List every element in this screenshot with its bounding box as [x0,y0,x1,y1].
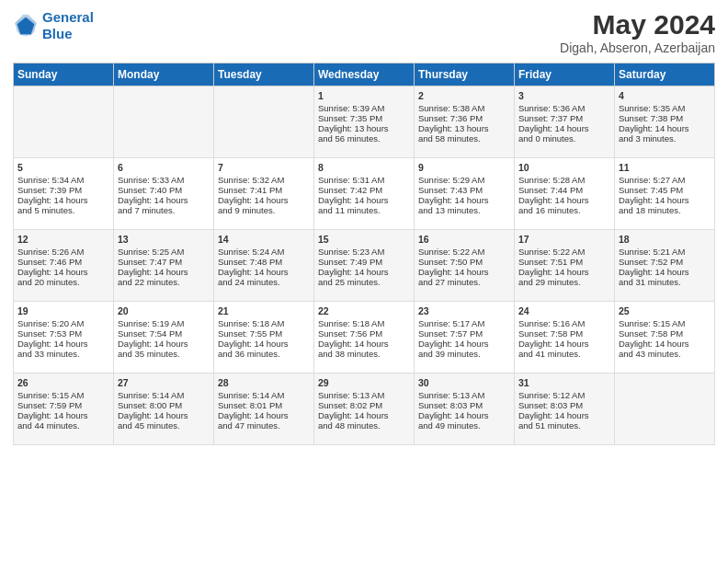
day-info: Daylight: 14 hours [619,195,711,205]
day-info: Sunset: 7:43 PM [418,185,510,195]
day-info: Sunrise: 5:27 AM [619,175,711,185]
day-cell: 29Sunrise: 5:13 AMSunset: 8:02 PMDayligh… [314,373,415,445]
day-info: Sunset: 7:38 PM [619,113,711,123]
day-info: and 20 minutes. [17,277,109,287]
day-info: and 43 minutes. [619,349,711,359]
day-info: Sunset: 7:52 PM [619,257,711,267]
day-info: Sunrise: 5:15 AM [619,318,711,328]
day-info: and 41 minutes. [518,349,610,359]
day-info: Sunset: 7:35 PM [318,113,410,123]
day-info: Daylight: 14 hours [318,410,410,420]
day-info: Daylight: 14 hours [118,267,210,277]
day-cell: 26Sunrise: 5:15 AMSunset: 7:59 PMDayligh… [14,373,114,445]
day-number: 28 [218,377,310,388]
day-number: 19 [17,305,109,316]
day-number: 24 [518,305,610,316]
day-cell: 20Sunrise: 5:19 AMSunset: 7:54 PMDayligh… [114,302,214,373]
column-header-saturday: Saturday [615,63,715,86]
day-info: Sunset: 7:54 PM [118,328,210,339]
day-info: Sunrise: 5:39 AM [318,103,410,113]
week-row-3: 12Sunrise: 5:26 AMSunset: 7:46 PMDayligh… [14,230,715,302]
day-info: and 0 minutes. [518,133,610,144]
day-number: 21 [218,305,310,316]
day-info: Daylight: 13 hours [418,123,510,133]
day-info: Daylight: 14 hours [318,195,410,205]
day-info: Sunrise: 5:29 AM [418,175,510,185]
day-number: 3 [518,90,610,101]
day-info: Sunset: 7:59 PM [17,400,109,410]
day-info: Sunset: 7:57 PM [418,328,510,339]
day-cell: 7Sunrise: 5:32 AMSunset: 7:41 PMDaylight… [214,158,314,230]
day-cell: 13Sunrise: 5:25 AMSunset: 7:47 PMDayligh… [114,230,214,302]
day-info: and 3 minutes. [619,133,711,144]
page-container: General Blue May 2024 Digah, Abseron, Az… [0,0,728,454]
day-info: Daylight: 14 hours [318,267,410,277]
day-info: Sunset: 8:01 PM [218,400,310,410]
week-row-5: 26Sunrise: 5:15 AMSunset: 7:59 PMDayligh… [14,373,715,445]
day-cell: 27Sunrise: 5:14 AMSunset: 8:00 PMDayligh… [114,373,214,445]
day-info: and 11 minutes. [318,205,410,215]
day-cell: 16Sunrise: 5:22 AMSunset: 7:50 PMDayligh… [415,230,515,302]
day-info: Sunset: 7:40 PM [118,185,210,195]
day-info: Sunset: 7:55 PM [218,328,310,339]
day-info: Sunrise: 5:36 AM [518,103,610,113]
day-info: and 36 minutes. [218,349,310,359]
day-number: 23 [418,305,510,316]
day-number: 1 [318,90,410,101]
column-header-monday: Monday [114,63,214,86]
day-info: Daylight: 14 hours [518,195,610,205]
day-cell: 17Sunrise: 5:22 AMSunset: 7:51 PMDayligh… [515,230,615,302]
day-info: and 24 minutes. [218,277,310,287]
day-cell [615,373,715,445]
day-number: 31 [518,377,610,388]
day-number: 17 [518,234,610,245]
day-info: Sunset: 7:49 PM [318,257,410,267]
day-cell: 3Sunrise: 5:36 AMSunset: 7:37 PMDaylight… [515,86,615,158]
day-info: Sunset: 7:48 PM [218,257,310,267]
day-info: Sunset: 7:46 PM [17,257,109,267]
day-info: and 25 minutes. [318,277,410,287]
day-info: Sunset: 7:41 PM [218,185,310,195]
day-info: Daylight: 13 hours [318,123,410,133]
logo-text: General Blue [42,9,94,42]
day-info: Daylight: 14 hours [418,267,510,277]
day-cell: 15Sunrise: 5:23 AMSunset: 7:49 PMDayligh… [314,230,415,302]
day-info: Daylight: 14 hours [218,267,310,277]
day-cell: 18Sunrise: 5:21 AMSunset: 7:52 PMDayligh… [615,230,715,302]
day-info: Sunrise: 5:19 AM [118,318,210,328]
day-info: and 51 minutes. [518,420,610,431]
day-info: Sunrise: 5:38 AM [418,103,510,113]
header-row: SundayMondayTuesdayWednesdayThursdayFrid… [14,63,715,86]
day-cell: 8Sunrise: 5:31 AMSunset: 7:42 PMDaylight… [314,158,415,230]
day-info: Daylight: 14 hours [619,123,711,133]
day-info: Sunset: 7:36 PM [418,113,510,123]
day-cell: 30Sunrise: 5:13 AMSunset: 8:03 PMDayligh… [415,373,515,445]
day-info: and 16 minutes. [518,205,610,215]
day-cell: 21Sunrise: 5:18 AMSunset: 7:55 PMDayligh… [214,302,314,373]
day-cell: 1Sunrise: 5:39 AMSunset: 7:35 PMDaylight… [314,86,415,158]
day-cell: 14Sunrise: 5:24 AMSunset: 7:48 PMDayligh… [214,230,314,302]
week-row-1: 1Sunrise: 5:39 AMSunset: 7:35 PMDaylight… [14,86,715,158]
day-info: and 18 minutes. [619,205,711,215]
column-header-tuesday: Tuesday [214,63,314,86]
day-info: and 31 minutes. [619,277,711,287]
day-info: Daylight: 14 hours [418,195,510,205]
day-info: and 58 minutes. [418,133,510,144]
day-info: Sunrise: 5:13 AM [318,390,410,400]
day-info: Sunrise: 5:32 AM [218,175,310,185]
day-info: Sunrise: 5:23 AM [318,247,410,257]
day-info: and 44 minutes. [17,420,109,431]
day-info: and 13 minutes. [418,205,510,215]
day-info: Sunrise: 5:22 AM [518,247,610,257]
column-header-thursday: Thursday [415,63,515,86]
day-info: Daylight: 14 hours [17,195,109,205]
day-number: 25 [619,305,711,316]
day-number: 26 [17,377,109,388]
day-number: 29 [318,377,410,388]
day-info: Sunrise: 5:34 AM [17,175,109,185]
day-cell: 11Sunrise: 5:27 AMSunset: 7:45 PMDayligh… [615,158,715,230]
day-info: Daylight: 14 hours [518,339,610,349]
header: General Blue May 2024 Digah, Abseron, Az… [13,9,715,55]
day-info: and 35 minutes. [118,349,210,359]
day-info: Sunset: 7:50 PM [418,257,510,267]
